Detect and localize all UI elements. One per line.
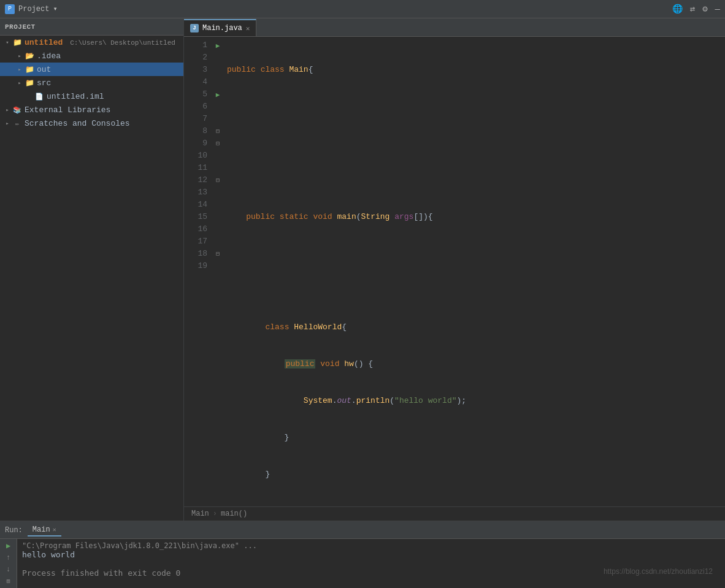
breadcrumb-bar: Main › main() [184,506,725,521]
watermark: https://blog.csdn.net/zhoutianzi12 [604,567,713,576]
run-down-button[interactable]: ↓ [2,565,15,574]
label-scratches: Scratches and Consoles [25,119,130,128]
folder-icon-untitled: 📁 [12,37,22,47]
scratch-icon: ✏ [12,118,22,128]
arrow-idea [15,51,25,61]
editor-area: J Main.java ✕ 1 2 3 4 5 6 7 8 9 10 11 12… [184,18,725,521]
arrow-out [15,64,25,74]
tab-main-java[interactable]: J Main.java ✕ [184,19,256,36]
tree-item-out[interactable]: 📁 out [0,63,183,76]
minimize-button[interactable]: — [715,4,720,14]
lib-icon: 📚 [12,105,22,115]
code-editor[interactable]: 1 2 3 4 5 6 7 8 9 10 11 12 13 14 15 16 1… [184,37,725,506]
sidebar: Project 📁 untitled C:\Users\ Desktop\unt… [0,18,184,521]
global-icon[interactable]: 🌐 [672,4,683,14]
run-up-button[interactable]: ↑ [2,553,15,562]
tab-bar: J Main.java ✕ [184,18,725,37]
label-iml: untitled.iml [47,92,104,101]
project-dropdown-icon[interactable]: ▾ [53,4,57,13]
tab-close-button[interactable]: ✕ [246,25,250,32]
arrow-scratches [2,118,12,128]
title-bar: P Project ▾ 🌐 ⇄ ⚙ — [0,0,725,18]
run-body: ▶ ↑ ↓ ⊞ "C:\Program Files\Java\jdk1.8.0_… [0,539,725,588]
tree-item-untitled[interactable]: 📁 untitled C:\Users\ Desktop\untitled [0,36,183,49]
folder-icon-src: 📁 [25,78,34,88]
breadcrumb-main[interactable]: Main [191,510,209,518]
label-extlibs: External Libraries [25,105,110,115]
run-toolbar: ▶ ↑ ↓ ⊞ [0,539,17,588]
project-label: Project [18,5,49,13]
tree-item-extlibs[interactable]: 📚 External Libraries [0,103,183,116]
line-numbers: 1 2 3 4 5 6 7 8 9 10 11 12 13 14 15 16 1… [184,37,211,506]
fold-icon-12[interactable]: ⊟ [216,177,220,184]
fold-icon-9[interactable]: ⊟ [216,140,220,147]
settings-icon[interactable]: ⚙ [702,4,707,14]
code-content[interactable]: public class Main{ public static void ma… [224,37,725,506]
fold-icon-8[interactable]: ⊟ [216,128,220,135]
folder-icon-idea: 📂 [25,51,34,61]
label-src: src [37,78,51,88]
arrow-src [15,78,25,88]
run-tab-bar: Run: Main ✕ [0,522,725,539]
breadcrumb-sep: › [213,510,217,518]
tree-item-iml[interactable]: 📄 untitled.iml [0,90,183,103]
run-panel: Run: Main ✕ ▶ ↑ ↓ ⊞ "C:\Program Files\Ja… [0,521,725,588]
title-bar-right: 🌐 ⇄ ⚙ — [672,4,720,14]
run-cmd-line: "C:\Program Files\Java\jdk1.8.0_221\bin\… [22,541,720,550]
run-label: Run: [5,526,23,535]
gutter: ▶ ▶ ⊟ ⊟ ⊟ ⊟ [211,37,224,506]
transfer-icon[interactable]: ⇄ [690,4,695,14]
arrow-untitled [2,37,12,47]
run-output-hello: hello world [22,550,720,559]
run-content: "C:\Program Files\Java\jdk1.8.0_221\bin\… [17,539,725,588]
run-tab-main[interactable]: Main ✕ [28,524,61,536]
java-file-icon: J [190,24,199,32]
run-icon-1[interactable]: ▶ [216,42,220,50]
folder-icon-out: 📁 [25,64,34,74]
tree-item-scratches[interactable]: ✏ Scratches and Consoles [0,116,183,130]
run-tab-label: Main [33,525,50,534]
arrow-extlibs [2,105,12,115]
run-grid-button[interactable]: ⊞ [2,576,15,586]
fold-icon-18[interactable]: ⊟ [216,250,220,258]
tab-label: Main.java [202,24,242,32]
sidebar-header: Project [0,18,183,36]
main-content: Project 📁 untitled C:\Users\ Desktop\unt… [0,18,725,521]
project-icon: P [5,4,15,14]
tree-item-src[interactable]: 📁 src [0,76,183,90]
run-tab-close[interactable]: ✕ [53,526,56,533]
run-play-button[interactable]: ▶ [2,541,15,551]
label-idea: .idea [37,52,61,61]
breadcrumb-method[interactable]: main() [221,510,247,518]
arrow-iml [25,91,34,101]
run-icon-5[interactable]: ▶ [216,91,220,99]
file-icon-iml: 📄 [34,91,44,101]
label-untitled: untitled C:\Users\ Desktop\untitled [25,38,175,47]
tree-item-idea[interactable]: 📂 .idea [0,49,183,63]
title-bar-left: P Project ▾ [5,4,58,14]
label-out: out [37,65,51,74]
